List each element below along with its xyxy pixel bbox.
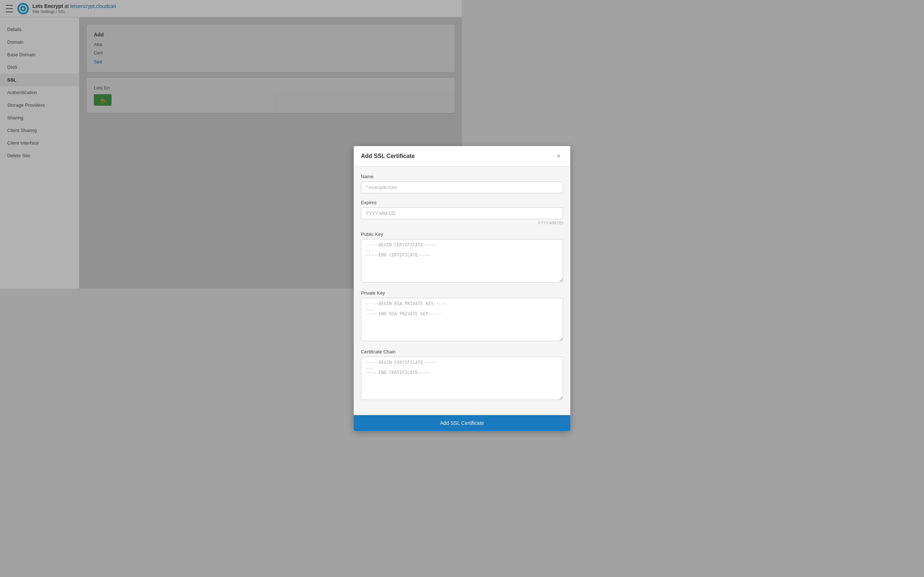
public-key-textarea[interactable] (361, 239, 462, 282)
public-key-field-group: Public Key (361, 232, 462, 284)
name-input[interactable] (361, 181, 462, 193)
expires-input[interactable] (361, 207, 462, 219)
modal-body: Name Expires YYYY-MM-DD Public Key Priva… (354, 167, 462, 288)
modal-header: Add SSL Certificate × (354, 146, 462, 167)
add-ssl-modal: Add SSL Certificate × Name Expires YYYY-… (354, 146, 462, 288)
expires-hint: YYYY-MM-DD (361, 221, 462, 225)
name-label: Name (361, 174, 462, 179)
name-field-group: Name (361, 174, 462, 193)
expires-label: Expires (361, 200, 462, 205)
expires-field-group: Expires YYYY-MM-DD (361, 200, 462, 225)
public-key-label: Public Key (361, 232, 462, 237)
modal-title: Add SSL Certificate (361, 153, 415, 160)
